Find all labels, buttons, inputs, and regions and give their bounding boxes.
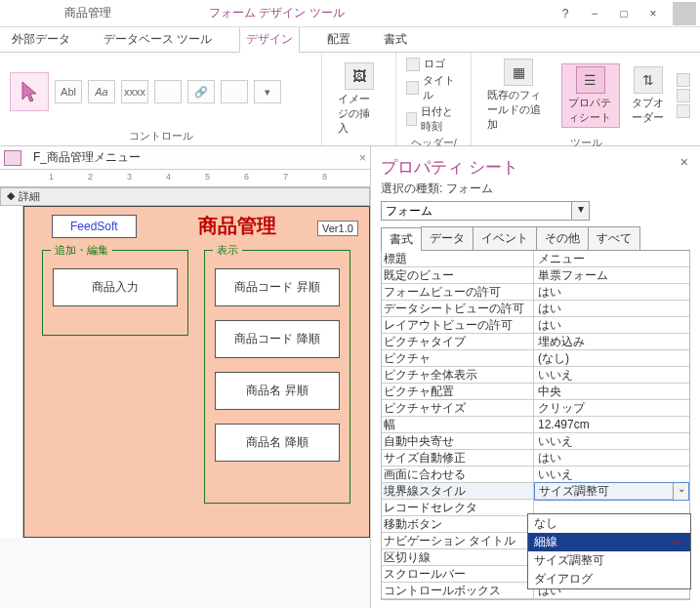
prop-row[interactable]: 幅12.497cm [382,417,689,433]
prop-key: スクロールバー [382,566,534,583]
prop-value[interactable]: 12.497cm [534,418,689,431]
user-avatar[interactable] [673,2,696,25]
form-title-label[interactable]: 商品管理 [198,213,276,239]
prop-value[interactable]: はい [534,450,689,466]
prop-row[interactable]: レイアウトビューの許可はい [382,317,689,334]
prop-key: 境界線スタイル [382,483,534,500]
prop-value-dropdown-icon[interactable]: ⌄ [673,483,688,500]
form-tab-title[interactable]: F_商品管理メニュー [33,149,141,166]
ribbon-tabs: 外部データ データベース ツール デザイン 配置 書式 [0,27,700,53]
prop-row[interactable]: ピクチャ配置中央 [382,384,689,400]
title-button[interactable]: タイトル [406,73,461,102]
prop-row[interactable]: 既定のビュー単票フォーム [382,267,689,284]
prop-value[interactable]: はい [534,301,689,317]
help-button[interactable]: ? [556,7,575,20]
add-fields-button[interactable]: ▦ 既存のフィールドの追加 [481,57,555,134]
minimize-button[interactable]: − [585,7,604,20]
tab-arrange[interactable]: 配置 [321,27,356,52]
prop-value[interactable]: メニュー [534,251,689,267]
button-code-desc[interactable]: 商品コード 降順 [215,320,340,358]
prop-value[interactable]: サイズ調整可⌄ [534,482,689,501]
dropdown-option-dialog[interactable]: ダイアログ [528,570,690,588]
object-selector-input[interactable] [381,201,572,221]
prop-tab-event[interactable]: イベント [473,226,537,250]
prop-value[interactable]: (なし) [534,350,689,367]
prop-value[interactable]: はい [534,284,689,301]
form-tab-close-icon[interactable]: × [359,151,366,165]
tab-db-tools[interactable]: データベース ツール [98,27,218,52]
prop-value[interactable]: いいえ [534,433,689,450]
version-label[interactable]: Ver1.0 [317,221,358,236]
label-control-icon[interactable]: Aa [88,80,115,103]
date-time-button[interactable]: 日付と時刻 [406,104,461,134]
prop-value[interactable]: クリップ [534,400,689,417]
tab-order-button[interactable]: ⇅ タブオーダー [626,64,671,127]
button-name-asc[interactable]: 商品名 昇順 [215,372,340,410]
link-control-icon[interactable]: 🔗 [187,80,215,103]
prop-value[interactable]: 単票フォーム [534,267,689,284]
object-selector-dropdown-icon[interactable]: ▾ [572,201,590,221]
form-tab-icon [4,150,21,166]
prop-row[interactable]: サイズ自動修正はい [382,450,689,466]
prop-tab-all[interactable]: すべて [588,226,640,250]
prop-row[interactable]: データシートビューの許可はい [382,301,689,317]
button-name-desc[interactable]: 商品名 降順 [215,424,340,462]
property-sheet-close-icon[interactable]: × [680,154,688,170]
detail-section-header[interactable]: ◆ 詳細 [0,187,370,206]
tab-design[interactable]: デザイン [239,26,300,53]
form-design-pane: F_商品管理メニュー × 1 2 3 4 5 6 7 8 ◆ 詳細 FeedSo… [0,146,371,608]
textbox-control-icon[interactable]: Abl [55,80,82,103]
button-product-input[interactable]: 商品入力 [53,268,178,306]
group-display[interactable]: 表示 商品コード 昇順 商品コード 降順 商品名 昇順 商品名 降順 [204,250,350,504]
prop-row[interactable]: 画面に合わせるいいえ [382,466,689,483]
prop-value[interactable]: いいえ [534,466,689,483]
prop-row[interactable]: 標題メニュー [382,251,689,267]
property-sheet-icon: ☰ [576,66,605,94]
dropdown-option-none[interactable]: なし [528,514,690,533]
prop-row[interactable]: ピクチャサイズクリップ [382,400,689,417]
tab-external-data[interactable]: 外部データ [6,27,76,52]
feedsoft-label[interactable]: FeedSoft [52,215,137,238]
tool-extra-3-icon[interactable] [677,104,690,118]
prop-value[interactable]: 埋め込み [534,334,689,350]
logo-button[interactable]: ロゴ [406,57,461,71]
dropdown-option-sizable[interactable]: サイズ調整可 [528,551,690,570]
group-add-edit[interactable]: 追加・編集 商品入力 [42,250,188,336]
border-style-dropdown: なし 細線 ← サイズ調整可 ダイアログ [527,513,691,589]
dropdown-option-thin[interactable]: 細線 ← [528,533,690,551]
tab-control-icon[interactable] [154,80,182,103]
prop-value[interactable]: いいえ [534,367,689,384]
select-tool-icon[interactable] [10,72,49,111]
prop-row[interactable]: ピクチャ全体表示いいえ [382,367,689,384]
prop-tab-data[interactable]: データ [421,226,474,250]
prop-row[interactable]: 自動中央寄せいいえ [382,433,689,450]
insert-image-button[interactable]: 🖼 イメージの挿入 [332,61,386,138]
close-button[interactable]: × [643,7,663,20]
tab-format[interactable]: 書式 [378,27,413,52]
prop-value[interactable]: はい [534,317,689,334]
prop-key: 自動中央寄せ [382,433,534,450]
prop-value[interactable]: 中央 [534,384,689,400]
prop-row[interactable]: 境界線スタイルサイズ調整可⌄ [382,483,689,500]
selection-type-label: 選択の種類: フォーム [381,181,690,197]
image-icon: 🖼 [345,62,374,90]
tool-extra-2-icon[interactable] [677,89,690,102]
button-control-icon[interactable]: xxxx [121,80,148,103]
prop-key: 移動ボタン [382,516,534,533]
restore-button[interactable]: □ [614,7,634,20]
horizontal-ruler: 1 2 3 4 5 6 7 8 [0,170,370,187]
prop-row[interactable]: フォームビューの許可はい [382,284,689,301]
nav-control-icon[interactable] [221,80,248,103]
prop-tab-format[interactable]: 書式 [381,227,422,251]
tool-context-title: フォーム デザイン ツール [209,5,345,21]
form-canvas[interactable]: FeedSoft 商品管理 Ver1.0 追加・編集 商品入力 表示 商品コード… [23,206,370,538]
prop-row[interactable]: ピクチャ(なし) [382,350,689,367]
more-controls-icon[interactable]: ▾ [254,80,281,103]
property-sheet-label: プロパティシート [568,96,613,125]
property-sheet-button[interactable]: ☰ プロパティシート [561,63,620,128]
prop-row[interactable]: ピクチャタイプ埋め込み [382,334,689,350]
prop-tab-other[interactable]: その他 [536,226,589,250]
tool-extra-1-icon[interactable] [677,73,690,87]
button-code-asc[interactable]: 商品コード 昇順 [215,268,340,306]
app-title: 商品管理 [64,5,111,21]
